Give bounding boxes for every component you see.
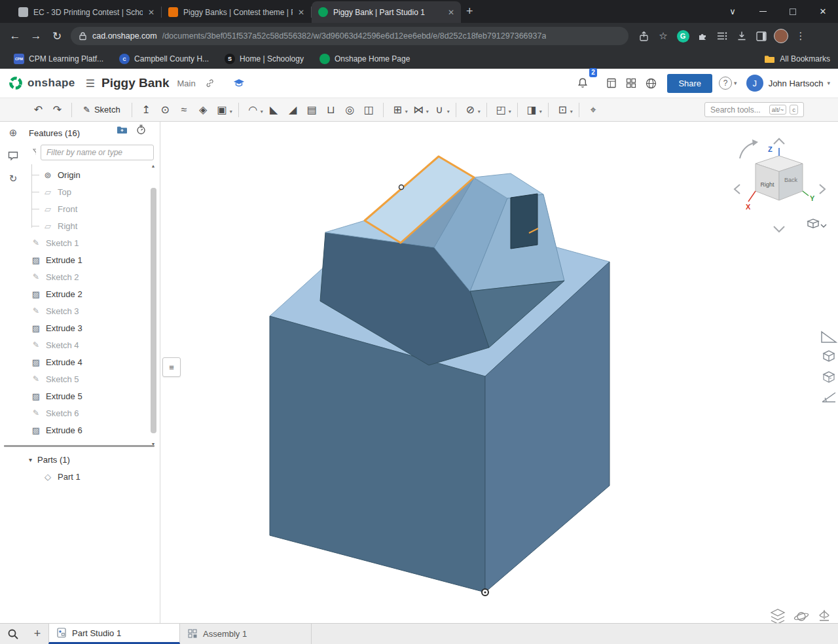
tab-close-icon[interactable]: ✕: [298, 8, 304, 17]
chamfer-tool-icon[interactable]: ◣: [264, 101, 283, 119]
browser-tab-piggy-bank-active[interactable]: Piggy Bank | Part Studio 1 ✕: [312, 1, 461, 23]
create-folder-icon[interactable]: [115, 123, 128, 136]
custom-tables-icon[interactable]: [771, 609, 784, 623]
shell-tool-icon[interactable]: ⊔: [321, 101, 340, 119]
bookmark-cpm[interactable]: CPM CPM Learning Platf...: [8, 52, 109, 66]
tab-close-icon[interactable]: ✕: [448, 8, 454, 17]
app-store-grid-icon[interactable]: [621, 73, 641, 93]
measure-angle-icon[interactable]: [822, 393, 835, 402]
wrap-tool-icon[interactable]: ◫: [359, 101, 378, 119]
rib-tool-icon[interactable]: ▤: [302, 101, 321, 119]
revolve-tool-icon[interactable]: ⊙: [156, 101, 175, 119]
versions-history-icon[interactable]: ↻: [5, 171, 21, 187]
share-page-icon[interactable]: [634, 26, 653, 46]
spin-view-arrow-icon[interactable]: [740, 143, 754, 158]
minimize-button[interactable]: [748, 0, 778, 23]
feature-item-extrude-4[interactable]: ▨Extrude 4: [25, 353, 148, 370]
mirror-tool-icon[interactable]: ⋈: [409, 101, 428, 119]
tab-search-button[interactable]: ∨: [718, 0, 748, 23]
graphics-viewport[interactable]: Right Back X Y Z: [161, 122, 838, 623]
undo-icon[interactable]: ↶: [29, 101, 48, 119]
feature-item-extrude-3[interactable]: ▨Extrude 3: [25, 319, 148, 336]
user-avatar[interactable]: J: [746, 75, 763, 92]
boolean-tool-icon[interactable]: ∪: [430, 101, 449, 119]
bookmark-onshape-home[interactable]: Onshape Home Page: [314, 52, 416, 66]
search-tools[interactable]: alt/~ c: [704, 102, 804, 117]
tab-assembly-1[interactable]: Assembly 1: [180, 624, 312, 644]
side-panel-icon[interactable]: [752, 26, 771, 46]
tab-part-studio-1[interactable]: Part Studio 1: [48, 624, 180, 644]
sweep-tool-icon[interactable]: ≈: [175, 101, 194, 119]
feature-item-extrude-6[interactable]: ▨Extrude 6: [25, 421, 148, 438]
browser-tab-piggy-banks-theme[interactable]: Piggy Banks | Contest theme | Pr ✕: [162, 1, 311, 23]
share-link-icon[interactable]: [205, 79, 215, 88]
address-bar[interactable]: cad.onshape.com/documents/3bef051f537a52…: [71, 27, 628, 45]
hole-tool-icon[interactable]: ◎: [340, 101, 359, 119]
vertex-marker-top[interactable]: [399, 185, 404, 190]
transform-tool-icon[interactable]: ◰: [492, 101, 511, 119]
forward-icon[interactable]: →: [26, 26, 46, 46]
panel-collapse-handle[interactable]: ≡: [162, 357, 181, 377]
queue-list-icon[interactable]: [712, 26, 732, 46]
feature-item-sketch-2[interactable]: ✎Sketch 2: [25, 268, 148, 285]
bookmark-campbell-county[interactable]: C Campbell County H...: [113, 52, 215, 66]
feature-item-front-plane[interactable]: ▱Front: [25, 200, 148, 217]
bookmark-star-icon[interactable]: ☆: [653, 26, 673, 46]
tab-close-icon[interactable]: ✕: [148, 8, 155, 17]
profile-avatar[interactable]: [771, 26, 791, 46]
feature-item-sketch-5[interactable]: ✎Sketch 5: [25, 370, 148, 387]
rotate-down-arrow-icon[interactable]: [774, 226, 784, 232]
redo-icon[interactable]: ↷: [48, 101, 67, 119]
workspace-label[interactable]: Main: [177, 79, 196, 88]
chevron-down-icon[interactable]: ▾: [426, 109, 429, 115]
feature-item-sketch-1[interactable]: ✎Sketch 1: [25, 234, 148, 251]
extrude-tool-icon[interactable]: ↥: [137, 101, 156, 119]
community-globe-icon[interactable]: [641, 73, 661, 93]
mass-properties-icon[interactable]: [820, 610, 829, 620]
notifications-bell-icon[interactable]: 2: [573, 73, 592, 93]
chevron-down-icon[interactable]: ▾: [509, 109, 511, 115]
select-region-icon[interactable]: ⌖: [584, 101, 603, 119]
share-button[interactable]: Share: [667, 74, 712, 93]
part-list-item[interactable]: ◇ Part 1: [43, 469, 81, 484]
chevron-down-icon[interactable]: ▾: [447, 109, 450, 115]
chevron-down-icon[interactable]: ▾: [230, 109, 232, 115]
draft-tool-icon[interactable]: ◢: [283, 101, 302, 119]
scroll-up-arrow[interactable]: ▲: [149, 164, 157, 168]
filter-input[interactable]: [41, 145, 154, 160]
maximize-button[interactable]: [778, 0, 808, 23]
feature-item-sketch-4[interactable]: ✎Sketch 4: [25, 336, 148, 353]
report-sheet-icon[interactable]: [602, 73, 621, 93]
feature-item-sketch-3[interactable]: ✎Sketch 3: [25, 302, 148, 319]
hamburger-menu-icon[interactable]: ☰: [86, 77, 95, 90]
learning-center-icon[interactable]: [233, 79, 245, 88]
onshape-logo-text[interactable]: onshape: [27, 77, 75, 90]
fillet-tool-icon[interactable]: ◠: [244, 101, 263, 119]
feature-item-extrude-2[interactable]: ▨Extrude 2: [25, 285, 148, 302]
onshape-logo-icon[interactable]: [8, 75, 24, 91]
split-tool-icon[interactable]: ⊘: [461, 101, 480, 119]
follow-mode-icon[interactable]: ⊕: [5, 125, 21, 141]
search-tools-input[interactable]: [704, 102, 804, 117]
downloads-icon[interactable]: [732, 26, 752, 46]
help-menu[interactable]: ? ▾: [719, 77, 737, 90]
rotate-up-arrow-icon[interactable]: [774, 139, 784, 144]
chevron-down-icon[interactable]: ▾: [405, 109, 408, 115]
rollback-history-icon[interactable]: [134, 123, 147, 136]
feature-item-origin[interactable]: ⊚Origin: [25, 166, 148, 183]
feature-item-sketch-6[interactable]: ✎Sketch 6: [25, 404, 148, 421]
thicken-tool-icon[interactable]: ▣: [213, 101, 232, 119]
feature-item-top-plane[interactable]: ▱Top: [25, 183, 148, 200]
back-icon[interactable]: ←: [5, 26, 25, 46]
rotate-left-arrow-icon[interactable]: [735, 185, 740, 194]
measure-icon[interactable]: [793, 612, 809, 620]
chevron-down-icon[interactable]: ▾: [478, 109, 481, 115]
chevron-down-icon[interactable]: ▾: [261, 109, 263, 115]
rollback-bar[interactable]: [4, 445, 155, 447]
browser-menu-kebab-icon[interactable]: ⋮: [791, 26, 811, 46]
all-bookmarks-button[interactable]: All Bookmarks: [764, 54, 830, 63]
rotate-right-arrow-icon[interactable]: [820, 185, 825, 194]
grammarly-extension-icon[interactable]: G: [673, 26, 693, 46]
chevron-down-icon[interactable]: ▾: [570, 109, 573, 115]
loft-tool-icon[interactable]: ◈: [194, 101, 213, 119]
